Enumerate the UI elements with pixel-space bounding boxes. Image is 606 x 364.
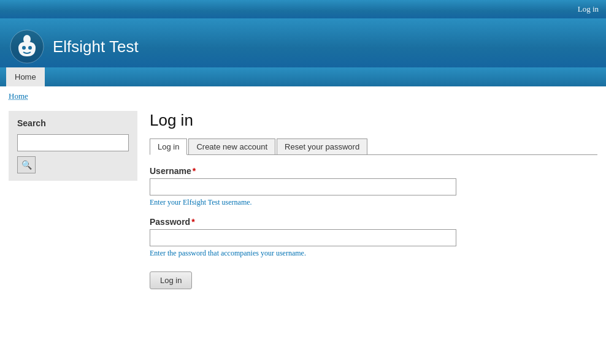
breadcrumb-home[interactable]: Home (9, 91, 28, 100)
search-heading: Search (17, 118, 129, 128)
svg-point-2 (22, 46, 26, 50)
top-bar: Log in (0, 0, 606, 18)
search-button[interactable]: 🔍 (17, 156, 36, 173)
login-submit-button[interactable]: Log in (150, 271, 192, 289)
nav: Home (0, 67, 606, 86)
tabs: Log in Create new account Reset your pas… (150, 138, 597, 155)
search-input[interactable] (17, 134, 129, 151)
tab-reset-password[interactable]: Reset your password (277, 138, 367, 154)
username-required-star: * (193, 166, 196, 176)
search-block: Search 🔍 (9, 111, 137, 181)
drupal-logo-icon (10, 29, 44, 64)
search-icon: 🔍 (21, 160, 32, 170)
username-label: Username* (150, 166, 597, 176)
header: Elfsight Test (0, 18, 606, 67)
page-title: Log in (150, 111, 597, 130)
breadcrumb: Home (0, 86, 606, 106)
tab-create-account[interactable]: Create new account (188, 138, 275, 154)
password-group: Password* Enter the password that accomp… (150, 217, 597, 258)
nav-item-home[interactable]: Home (6, 67, 45, 86)
password-required-star: * (191, 217, 194, 227)
password-label: Password* (150, 217, 597, 227)
username-group: Username* Enter your Elfsight Test usern… (150, 166, 597, 207)
site-name: Elfsight Test (53, 37, 139, 56)
sidebar: Search 🔍 (9, 106, 137, 289)
username-input[interactable] (150, 178, 456, 195)
svg-point-3 (28, 46, 32, 50)
search-form: 🔍 (17, 134, 129, 173)
content-area: Log in Log in Create new account Reset y… (150, 106, 597, 289)
password-hint: Enter the password that accompanies your… (150, 249, 597, 258)
tab-login[interactable]: Log in (150, 138, 187, 155)
password-input[interactable] (150, 229, 456, 246)
username-hint: Enter your Elfsight Test username. (150, 198, 597, 207)
login-form: Username* Enter your Elfsight Test usern… (150, 166, 597, 289)
top-login-link[interactable]: Log in (578, 4, 599, 14)
main-layout: Search 🔍 Log in Log in Create new accoun… (0, 106, 606, 289)
